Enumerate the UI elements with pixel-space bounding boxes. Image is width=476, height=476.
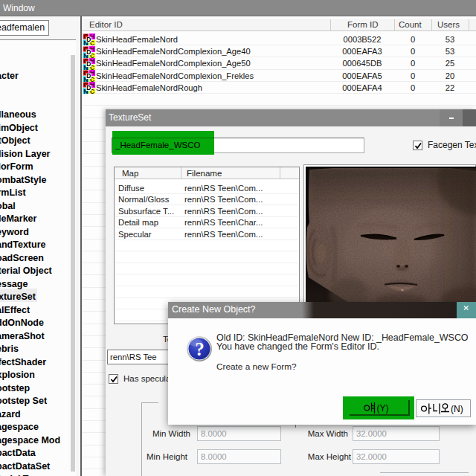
svg-text:?: ?: [195, 338, 205, 358]
svg-text:(Y): (Y): [377, 403, 389, 414]
svg-text:D: D: [86, 85, 91, 92]
svg-text:D: D: [86, 60, 91, 68]
svg-text:(N): (N): [451, 404, 463, 414]
svg-text:D: D: [86, 48, 91, 56]
svg-text:D: D: [86, 72, 91, 80]
svg-text:D: D: [86, 36, 91, 43]
